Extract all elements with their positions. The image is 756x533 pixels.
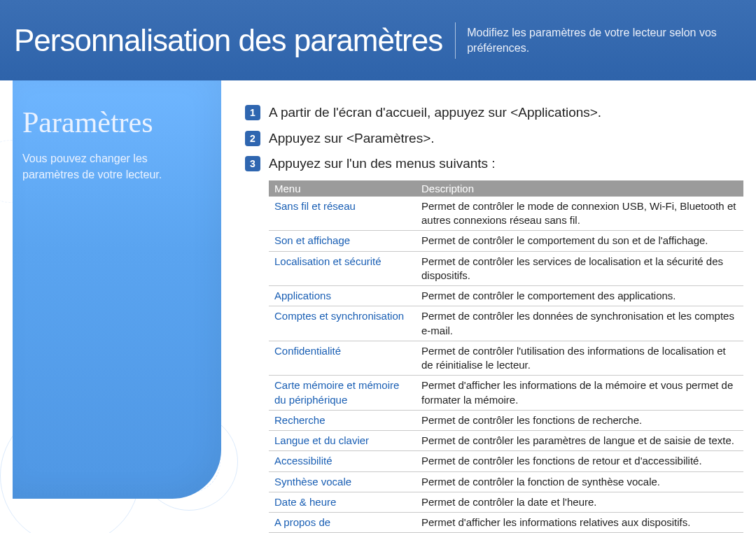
description-cell: Permet de contrôler les fonctions de rec… <box>416 410 743 430</box>
table-row: Synthèse vocalePermet de contrôler la fo… <box>269 471 743 492</box>
menu-cell: Confidentialité <box>269 341 416 376</box>
sidebar: Paramètres Vous pouvez changer les param… <box>13 80 221 499</box>
page-banner: Personnalisation des paramètres Modifiez… <box>0 0 756 80</box>
description-cell: Permet de contrôler la fonction de synth… <box>416 471 743 492</box>
divider <box>455 22 456 59</box>
page-subtitle: Modifiez les paramètres de votre lecteur… <box>467 25 756 55</box>
menu-cell: Langue et du clavier <box>269 431 416 451</box>
description-cell: Permet de contrôler les paramètres de la… <box>416 431 743 451</box>
table-row: Localisation et sécuritéPermet de contrô… <box>269 251 743 286</box>
step-text: Appuyez sur l'un des menus suivants : <box>269 155 496 173</box>
col-description: Description <box>416 180 743 197</box>
step-2: 2 Appuyez sur <Paramètres>. <box>245 129 735 148</box>
table-row: AccessibilitéPermet de contrôler les fon… <box>269 451 743 471</box>
menu-cell: Recherche <box>269 410 416 430</box>
menu-cell: Son et affichage <box>269 231 416 251</box>
menu-cell: Applications <box>269 286 416 306</box>
description-cell: Permet de contrôler les services de loca… <box>416 251 743 286</box>
step-badge: 2 <box>245 131 260 146</box>
menu-cell: Date & heure <box>269 492 416 512</box>
sidebar-title: Paramètres <box>22 106 204 139</box>
sidebar-body: Vous pouvez changer les paramètres de vo… <box>22 150 204 183</box>
description-cell: Permet de contrôler les données de synch… <box>416 306 743 341</box>
step-list: 1 A partir de l'écran d'accueil, appuyez… <box>245 104 735 173</box>
table-row: Carte mémoire et mémoire du périphérique… <box>269 376 743 411</box>
description-cell: Permet de contrôler la date et l'heure. <box>416 492 743 512</box>
menu-cell: Accessibilité <box>269 451 416 471</box>
step-badge: 1 <box>245 105 260 120</box>
description-cell: Permet d'afficher les informations relat… <box>416 513 743 533</box>
description-cell: Permet de contrôler le comportement des … <box>416 286 743 306</box>
table-row: Son et affichagePermet de contrôler le c… <box>269 231 743 251</box>
description-cell: Permet de contrôler les fonctions de ret… <box>416 451 743 471</box>
menu-cell: A propos de <box>269 513 416 533</box>
table-row: RecherchePermet de contrôler les fonctio… <box>269 410 743 430</box>
table-header-row: Menu Description <box>269 180 743 197</box>
page-root: Personnalisation des paramètres Modifiez… <box>0 0 756 533</box>
menu-cell: Carte mémoire et mémoire du périphérique <box>269 376 416 411</box>
menu-cell: Comptes et synchronisation <box>269 306 416 341</box>
table-row: Comptes et synchronisationPermet de cont… <box>269 306 743 341</box>
col-menu: Menu <box>269 180 416 197</box>
table-row: ConfidentialitéPermet de contrôler l'uti… <box>269 341 743 376</box>
description-cell: Permet de contrôler le comportement du s… <box>416 231 743 251</box>
step-text: Appuyez sur <Paramètres>. <box>269 129 435 148</box>
step-badge: 3 <box>245 156 260 171</box>
menu-cell: Synthèse vocale <box>269 471 416 492</box>
table-row: A propos dePermet d'afficher les informa… <box>269 513 743 533</box>
table-row: Date & heurePermet de contrôler la date … <box>269 492 743 512</box>
page-title: Personnalisation des paramètres <box>0 25 455 56</box>
step-text: A partir de l'écran d'accueil, appuyez s… <box>269 104 601 122</box>
settings-table: Menu Description Sans fil et réseauPerme… <box>269 180 743 533</box>
table-row: ApplicationsPermet de contrôler le compo… <box>269 286 743 306</box>
step-1: 1 A partir de l'écran d'accueil, appuyez… <box>245 104 735 122</box>
menu-cell: Sans fil et réseau <box>269 197 416 231</box>
table-row: Langue et du clavierPermet de contrôler … <box>269 431 743 451</box>
table-row: Sans fil et réseauPermet de contrôler le… <box>269 197 743 231</box>
menu-cell: Localisation et sécurité <box>269 251 416 286</box>
main-content: 1 A partir de l'écran d'accueil, appuyez… <box>245 104 735 533</box>
description-cell: Permet de contrôler le mode de connexion… <box>416 197 743 231</box>
description-cell: Permet d'afficher les informations de la… <box>416 376 743 411</box>
step-3: 3 Appuyez sur l'un des menus suivants : <box>245 155 735 173</box>
description-cell: Permet de contrôler l'utilisation des in… <box>416 341 743 376</box>
